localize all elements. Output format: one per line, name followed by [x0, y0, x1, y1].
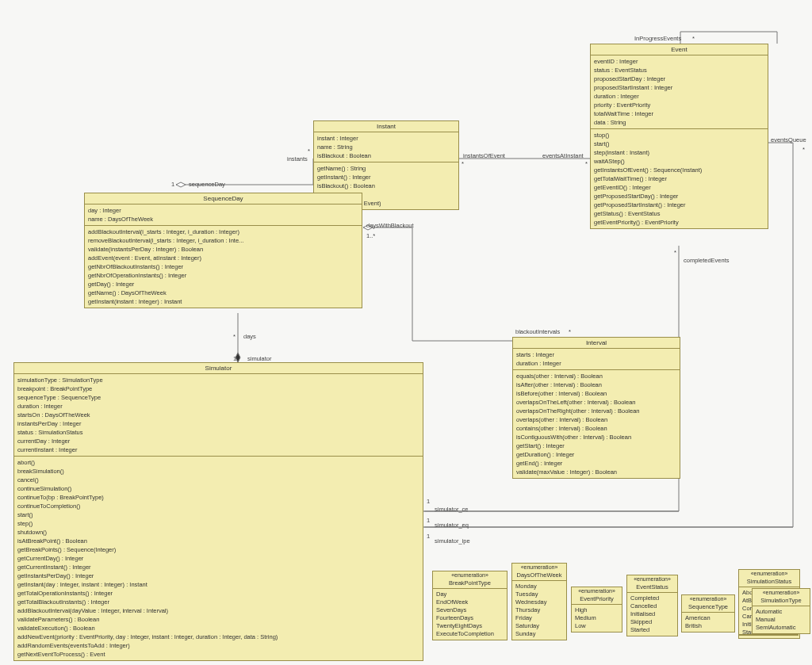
label-dayswithblackout: daysWithBlackout: [366, 222, 414, 229]
attrs: instant : Integer name : String isBlacko…: [314, 132, 458, 162]
ops: stop() start() step(instant : Instant) w…: [591, 129, 768, 228]
label-eventsatinstant: eventsAtInstant: [542, 152, 584, 159]
ops: equals(other : Interval) : Boolean isAft…: [513, 370, 680, 478]
label-star5: *: [802, 146, 805, 153]
class-interval[interactable]: Interval starts : Integer duration : Int…: [512, 337, 680, 479]
label-sequenceday: sequenceDay: [189, 181, 225, 188]
label-blackoutintervals: blackoutIntervals: [515, 328, 560, 335]
label-one: 1: [171, 181, 174, 188]
label-onedotstar: 1..*: [366, 232, 375, 239]
label-star7: *: [233, 333, 236, 340]
label-simulator: simulator: [247, 355, 271, 362]
enum-daysoftheweek[interactable]: «enumeration» DaysOfTheWeek Monday Tuesd…: [511, 563, 567, 640]
label-star8: *: [569, 328, 571, 335]
label-instants: instants: [287, 155, 308, 162]
label-star3: *: [585, 160, 588, 167]
class-title: SequenceDay: [85, 193, 362, 204]
label-star6: *: [674, 249, 676, 256]
ops: addBlackoutInterval(i_starts : Integer, …: [85, 226, 362, 308]
label-inprogressevents: InProgressEvents: [634, 35, 681, 42]
enum-breakpointtype[interactable]: «enumeration» BreakPointType Day EndOfWe…: [432, 571, 508, 640]
enum-simulationtype-box[interactable]: «enumeration» SimulationType Automatic M…: [752, 588, 810, 634]
label-simulator-eq: simulator_eq: [435, 522, 469, 529]
label-eventsqueue: eventsQueue: [771, 136, 806, 143]
label-one3: 1: [427, 498, 430, 505]
attrs: day : Integer name : DaysOfTheWeek: [85, 204, 362, 226]
class-title: Instant: [314, 121, 458, 132]
label-star2: *: [462, 160, 464, 167]
class-title: Simulator: [14, 363, 423, 374]
attrs: starts : Integer duration : Integer: [513, 349, 680, 370]
label-one5: 1: [427, 533, 430, 540]
label-instantsofevent: instantsOfEvent: [463, 152, 505, 159]
attrs: eventID : Integer status : EventStatus p…: [591, 55, 768, 129]
label-simulator-ipe: simulator_ipe: [435, 537, 470, 545]
class-event[interactable]: Event eventID : Integer status : EventSt…: [590, 44, 768, 229]
ops: abort() breakSimulation() cancel() conti…: [14, 457, 423, 660]
label-star4: *: [692, 35, 695, 42]
label-simulator-ce: simulator_ce: [435, 506, 469, 513]
label-days: days: [243, 333, 256, 340]
label-star: *: [308, 147, 310, 155]
enum-eventpriority[interactable]: «enumeration» EventPriority High Medium …: [571, 587, 622, 633]
enum-eventstatus[interactable]: «enumeration» EventStatus Completed Canc…: [626, 575, 678, 636]
label-one4: 1: [427, 517, 430, 524]
class-title: Interval: [513, 338, 680, 349]
class-sequenceday[interactable]: SequenceDay day : Integer name : DaysOfT…: [84, 193, 362, 308]
label-completedevents: completedEvents: [684, 257, 730, 264]
attrs: simulationType : SimulationType breakpoi…: [14, 374, 423, 457]
class-simulator[interactable]: Simulator simulationType : SimulationTyp…: [13, 362, 423, 661]
label-one2: 1: [233, 355, 236, 362]
class-title: Event: [591, 44, 768, 55]
enum-simulationtype[interactable]: [738, 634, 799, 636]
enum-sequencetype[interactable]: «enumeration» SequenceType American Brit…: [681, 594, 735, 633]
